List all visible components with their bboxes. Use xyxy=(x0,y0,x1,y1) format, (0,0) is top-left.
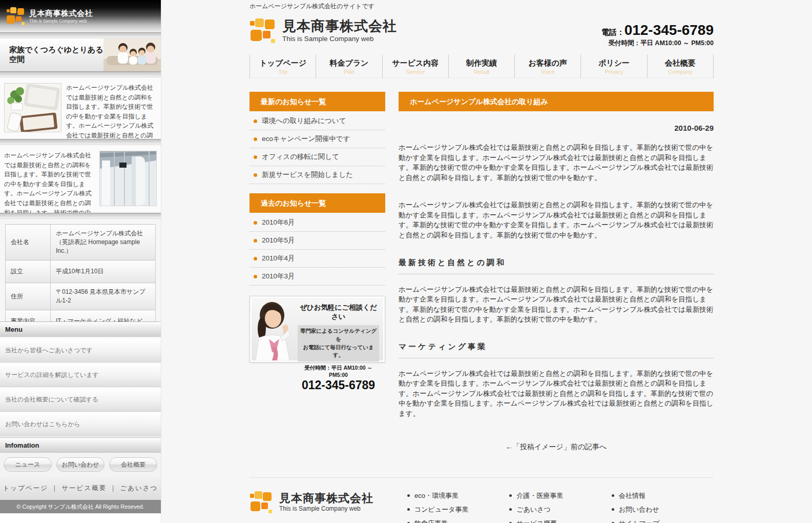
news-link[interactable]: ecoキャンペーン開催中です xyxy=(249,130,385,148)
sidebar-menu-item-greeting[interactable]: 当社から皆様へごあいさつです xyxy=(0,339,161,363)
office-photo xyxy=(99,151,157,206)
footer-link[interactable]: サイトマップ xyxy=(612,519,714,523)
footer-link[interactable]: 介護・医療事業 xyxy=(509,491,611,500)
nav-item-privacy[interactable]: ポリシー Privacy xyxy=(580,55,647,78)
news-link[interactable]: オフィスの移転に関して xyxy=(249,148,385,166)
bullet-icon xyxy=(612,508,614,511)
sidebar-intro-block-2: ホームページサンプル株式会社では最新技術と自然との調和を目指します。革新的な技術… xyxy=(0,145,161,213)
divider xyxy=(0,213,161,219)
company-tagline: This is Sample Company web xyxy=(29,18,93,24)
family-photo xyxy=(103,38,161,71)
nav-item-service[interactable]: サービス内容 Service xyxy=(382,55,448,78)
section-heading-harmony: 最新技術と自然との調和 xyxy=(399,258,714,274)
news-column: 最新のお知らせ一覧 環境への取り組みについて ecoキャンペーン開催中です オフ… xyxy=(249,92,385,452)
consult-description: 専門家によるコンサルティングを お電話にて毎日行なっています。 xyxy=(298,325,379,361)
menu-section-title: Menu xyxy=(0,321,161,337)
sidebar-menu-item-contact[interactable]: お問い合わせはこちらから xyxy=(0,413,161,436)
banner-title: 家族でくつろぐゆとりある空間 xyxy=(0,45,103,65)
consult-phone-number: 012-345-6789 xyxy=(298,378,379,392)
company-button[interactable]: 会社概要 xyxy=(109,457,157,472)
divider xyxy=(0,71,161,77)
link-separator: ｜ xyxy=(51,484,58,493)
main-footer: 見本商事株式会社 This is Sample Company web eco・… xyxy=(249,477,714,523)
archive-link[interactable]: 2010年3月 xyxy=(249,268,385,286)
sidebar: 見本商事株式会社 This is Sample Company web 家族でく… xyxy=(0,0,161,523)
footer-link[interactable]: サービス概要 xyxy=(509,519,611,523)
sidebar-banner[interactable]: 家族でくつろぐゆとりある空間 xyxy=(0,38,161,71)
row-value: 〒012-3456 見本県見本市サンプル1-2 xyxy=(51,283,156,310)
header-contact: 電話：012-345-6789 受付時間：平日 AM10:00 ～ PM5:00 xyxy=(601,18,714,48)
bullet-icon xyxy=(509,494,512,497)
article-paragraph: ホームページサンプル株式会社では最新技術と自然との調和を目指します。革新的な技術… xyxy=(399,200,714,240)
footer-column-3: 会社情報 お問い合わせ サイトマップ xyxy=(612,491,714,523)
link-separator: ｜ xyxy=(110,484,117,493)
bullet-icon xyxy=(254,119,257,123)
divider xyxy=(0,32,161,38)
company-name: 見本商事株式会社 xyxy=(279,492,373,504)
main-area: ホームページサンプル株式会社のサイトです 見本商事株式会社 This is Sa… xyxy=(161,0,812,523)
footer-link[interactable]: 飲食店事業 xyxy=(407,519,509,523)
intro-text-2: ホームページサンプル株式会社では最新技術と自然との調和を目指します。革新的な技術… xyxy=(4,151,95,207)
archive-link[interactable]: 2010年6月 xyxy=(249,214,385,232)
nav-item-top[interactable]: トップページ Top xyxy=(249,55,316,78)
row-value-2: （英語表記 Homepage sample Inc.） xyxy=(56,238,150,255)
contact-button[interactable]: お問い合わせ xyxy=(56,457,105,472)
row-value: ホームページサンプル株式会社 xyxy=(56,229,150,238)
archive-link[interactable]: 2010年5月 xyxy=(249,232,385,250)
footer-link[interactable]: 会社情報 xyxy=(612,491,714,500)
news-link[interactable]: 新規サービスを開始しました xyxy=(249,166,385,184)
nav-item-company[interactable]: 会社概要 Company xyxy=(647,55,713,78)
main-nav: トップページ Top 料金プラン Plan サービス内容 Service 制作実… xyxy=(249,55,714,78)
company-logo-icon xyxy=(249,18,275,44)
bullet-icon xyxy=(612,494,614,497)
company-tagline: This is Sample Company web xyxy=(282,35,397,43)
bullet-icon xyxy=(254,155,257,159)
company-info-table: 会社名 ホームページサンプル株式会社（英語表記 Homepage sample … xyxy=(0,219,161,321)
archive-news-header: 過去のお知らせ一覧 xyxy=(249,193,385,213)
archive-link[interactable]: 2010年4月 xyxy=(249,250,385,268)
row-label: 会社名 xyxy=(6,225,51,260)
sidebar-menu-item-service[interactable]: サービスの詳細を解説しています xyxy=(0,364,161,387)
phone-number: 012-345-6789 xyxy=(624,22,714,38)
bullet-icon xyxy=(254,275,257,278)
footer-link-top[interactable]: トップページ xyxy=(3,484,48,493)
nav-item-result[interactable]: 制作実績 Result xyxy=(448,55,514,78)
consultation-banner[interactable]: ぜひお気軽にご相談ください 専門家によるコンサルティングを お電話にて毎日行なっ… xyxy=(249,296,385,363)
divider xyxy=(0,139,161,145)
footer-link[interactable]: コンピュータ事業 xyxy=(407,505,509,514)
news-link[interactable]: 環境への取り組みについて xyxy=(249,112,385,130)
bullet-icon xyxy=(407,494,410,497)
footer-link-service[interactable]: サービス概要 xyxy=(61,484,107,493)
row-label: 住所 xyxy=(6,283,51,310)
previous-article-link[interactable]: ←「投稿イメージ」前の記事へ xyxy=(399,442,714,452)
company-name: 見本商事株式会社 xyxy=(282,19,397,33)
sidebar-logo[interactable]: 見本商事株式会社 This is Sample Company web xyxy=(0,0,161,32)
desk-photo xyxy=(4,83,61,132)
bullet-icon xyxy=(509,508,512,511)
consult-title: ぜひお気軽にご相談ください xyxy=(298,303,379,321)
footer-logo[interactable]: 見本商事株式会社 This is Sample Company web xyxy=(249,491,407,514)
main-header: 見本商事株式会社 This is Sample Company web 電話：0… xyxy=(249,18,714,48)
footer-link[interactable]: ごあいさつ xyxy=(509,505,611,514)
article-paragraph: ホームページサンプル株式会社では最新技術と自然との調和を目指します。革新的な技術… xyxy=(399,285,714,325)
sidebar-menu-item-company[interactable]: 当社の会社概要について確認する xyxy=(0,388,161,412)
company-tagline: This is Sample Company web xyxy=(279,505,373,512)
row-label: 設立 xyxy=(6,260,51,283)
consultant-photo xyxy=(252,298,298,360)
header-logo[interactable]: 見本商事株式会社 This is Sample Company web xyxy=(249,18,397,44)
nav-item-plan[interactable]: 料金プラン Plan xyxy=(316,55,382,78)
nav-item-voice[interactable]: お客様の声 Voice xyxy=(514,55,580,78)
news-button[interactable]: ニュース xyxy=(4,457,52,472)
footer-link[interactable]: eco・環境事業 xyxy=(407,491,509,500)
footer-link[interactable]: お問い合わせ xyxy=(612,505,714,514)
row-value: 平成10年1月10日 xyxy=(51,260,156,283)
sidebar-intro-block-1: ホームページサンプル株式会社では最新技術と自然との調和を目指します。革新的な技術… xyxy=(0,77,161,139)
company-logo-icon xyxy=(249,491,272,514)
latest-news-header: 最新のお知らせ一覧 xyxy=(249,92,385,111)
information-section-title: Infomation xyxy=(0,437,161,453)
company-logo-icon xyxy=(6,7,25,26)
footer-link-greeting[interactable]: ごあいさつ xyxy=(120,484,158,493)
intro-text-1: ホームページサンプル株式会社では最新技術と自然との調和を目指します。革新的な技術… xyxy=(66,83,157,133)
bullet-icon xyxy=(254,173,257,177)
footer-column-2: 介護・医療事業 ごあいさつ サービス概要 xyxy=(509,491,611,523)
